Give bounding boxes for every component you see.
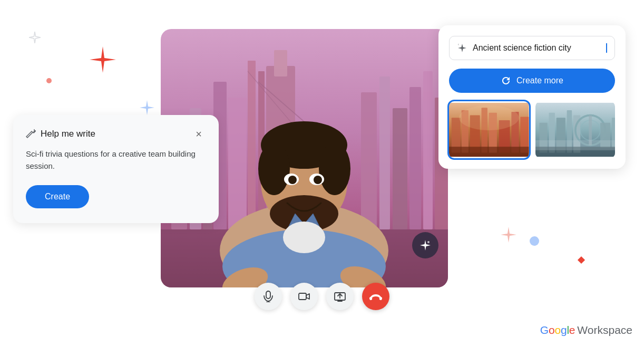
mic-icon bbox=[262, 291, 274, 302]
svg-rect-15 bbox=[393, 108, 407, 229]
panel-title-row: Help me write bbox=[26, 129, 95, 139]
svg-rect-7 bbox=[248, 61, 256, 229]
end-call-button[interactable] bbox=[362, 283, 389, 310]
image-grid bbox=[449, 101, 615, 158]
camera-button[interactable] bbox=[290, 283, 318, 310]
blue-star-decoration bbox=[140, 100, 154, 115]
svg-rect-13 bbox=[361, 92, 377, 229]
panel-header: Help me write × bbox=[26, 127, 206, 141]
panel-title: Help me write bbox=[41, 129, 95, 139]
svg-rect-16 bbox=[409, 87, 421, 229]
svg-rect-0 bbox=[578, 256, 585, 264]
image-gen-panel: Ancient science fiction city Create more bbox=[438, 25, 626, 169]
help-write-panel: Help me write × Sci-fi trivia questions … bbox=[13, 115, 219, 223]
svg-rect-6 bbox=[228, 98, 247, 229]
ai-sparkle-button[interactable] bbox=[412, 232, 438, 258]
svg-rect-47 bbox=[449, 147, 529, 157]
svg-rect-14 bbox=[379, 76, 390, 229]
create-more-button[interactable]: Create more bbox=[449, 69, 615, 93]
red-dot-decoration bbox=[46, 78, 52, 83]
prompt-text: Ancient science fiction city bbox=[473, 43, 601, 53]
svg-rect-17 bbox=[423, 71, 433, 229]
svg-rect-65 bbox=[299, 293, 306, 300]
svg-rect-62 bbox=[266, 291, 270, 299]
red-diamond-decoration bbox=[577, 256, 586, 264]
create-more-label: Create more bbox=[516, 76, 563, 85]
svg-point-34 bbox=[283, 222, 325, 253]
end-call-icon bbox=[369, 293, 382, 300]
image-thumb-1[interactable] bbox=[449, 101, 529, 158]
outline-star-decoration bbox=[29, 32, 41, 43]
svg-point-26 bbox=[319, 142, 350, 195]
workspace-label: Workspace bbox=[577, 324, 632, 337]
svg-point-30 bbox=[288, 176, 297, 184]
svg-point-48 bbox=[459, 105, 519, 130]
wand-icon bbox=[26, 129, 36, 139]
mic-button[interactable] bbox=[255, 283, 282, 310]
camera-icon bbox=[298, 291, 310, 302]
red-star-decoration bbox=[90, 46, 116, 73]
svg-rect-61 bbox=[535, 140, 616, 150]
screenshare-button[interactable] bbox=[326, 283, 354, 310]
prompt-input-row[interactable]: Ancient science fiction city bbox=[449, 36, 615, 60]
text-cursor bbox=[606, 43, 607, 53]
google-logo-text: Google bbox=[540, 324, 575, 337]
create-button[interactable]: Create bbox=[26, 185, 89, 208]
svg-rect-10 bbox=[274, 50, 287, 76]
blue-dot-decoration bbox=[530, 236, 539, 246]
svg-point-25 bbox=[258, 142, 290, 195]
image-thumb-2[interactable] bbox=[535, 101, 616, 158]
svg-point-35 bbox=[427, 241, 430, 243]
refresh-icon bbox=[501, 75, 511, 86]
screenshare-icon bbox=[334, 291, 346, 302]
google-workspace-branding: Google Workspace bbox=[540, 324, 632, 337]
pink-star-decoration bbox=[501, 227, 516, 243]
svg-point-31 bbox=[314, 176, 322, 184]
controls-bar bbox=[255, 283, 389, 310]
close-button[interactable]: × bbox=[191, 127, 206, 141]
panel-body-text: Sci-fi trivia questions for a creative t… bbox=[26, 148, 206, 172]
prompt-wand-icon bbox=[457, 43, 467, 53]
